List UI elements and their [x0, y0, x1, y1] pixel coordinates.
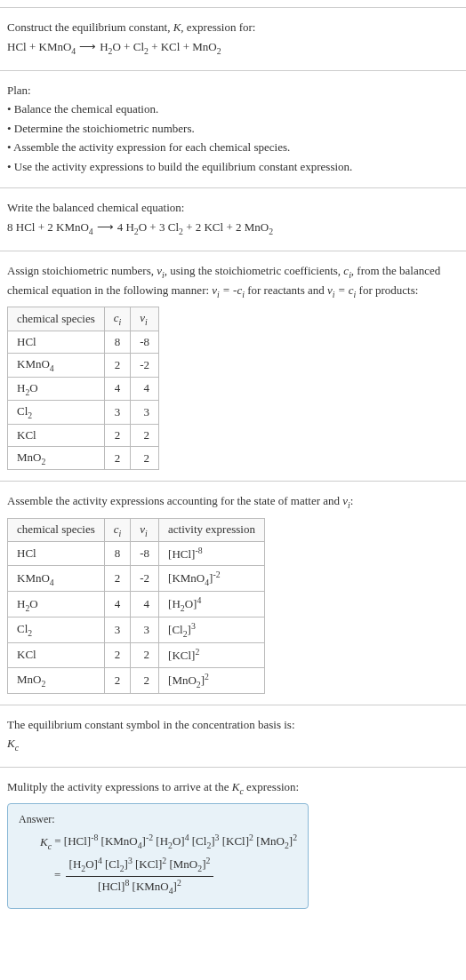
prompt-section: Construct the equilibrium constant, K, e… [0, 7, 466, 70]
table-row: KMnO42-2[KMnO4]-2 [8, 566, 265, 592]
prompt-text-1: Construct the equilibrium constant, [7, 20, 173, 34]
cell-c: 4 [104, 377, 131, 401]
table-header-row: chemical species ci νi activity expressi… [8, 518, 265, 542]
table-row: Cl233 [8, 401, 159, 425]
nu-i: νi [157, 264, 165, 277]
table-row: HCl8-8[HCl]-8 [8, 542, 265, 566]
cell-c: 2 [104, 566, 131, 592]
cell-c: 2 [104, 667, 131, 693]
table-row: MnO222[MnO2]2 [8, 667, 265, 693]
cell-nu: -2 [131, 566, 159, 592]
fraction-denominator: [HCl]8 [KMnO4]2 [66, 877, 214, 898]
kc-symbol-line2: Kc [7, 735, 459, 754]
prompt-line-1: Construct the equilibrium constant, K, e… [7, 19, 459, 36]
stoich-t5: for products: [356, 283, 418, 297]
cell-nu: -2 [131, 353, 159, 377]
plan-title: Plan: [7, 82, 459, 100]
cell-nu: 2 [131, 424, 159, 446]
cell-species: H2O [8, 377, 105, 401]
table-row: Cl233[Cl2]3 [8, 617, 265, 643]
cell-c: 2 [104, 353, 131, 377]
cell-species: HCl [8, 542, 105, 566]
fraction: [H2O]4 [Cl2]3 [KCl]2 [MnO2]2 [HCl]8 [KMn… [66, 855, 214, 897]
cell-species: H2O [8, 592, 105, 617]
table-row: H2O44 [8, 377, 159, 401]
activity-intro: Assemble the activity expressions accoun… [7, 492, 459, 512]
cell-c: 2 [104, 424, 131, 446]
cell-species: KCl [8, 424, 105, 446]
balanced-equation: 8 HCl + 2 KMnO4⟶4 H2O + 3 Cl2 + 2 KCl + … [7, 219, 459, 238]
cell-nu: 3 [131, 401, 159, 425]
stoich-section: Assign stoichiometric numbers, νi, using… [0, 251, 466, 481]
stoich-intro: Assign stoichiometric numbers, νi, using… [7, 262, 459, 301]
stoich-t2: , using the stoichiometric coefficients, [165, 264, 344, 277]
cell-c: 8 [104, 331, 131, 353]
cell-expr: [H2O]4 [159, 592, 265, 617]
stoich-t1: Assign stoichiometric numbers, [7, 264, 157, 277]
col-nu: νi [131, 518, 159, 542]
cell-c: 3 [104, 617, 131, 643]
cell-expr: [MnO2]2 [159, 667, 265, 693]
stoich-table: chemical species ci νi HCl8-8 KMnO42-2 H… [7, 307, 159, 470]
cell-species: Cl2 [8, 617, 105, 643]
table-row: MnO222 [8, 446, 159, 470]
col-ci: ci [104, 518, 131, 542]
rule1: νi = -ci [212, 283, 245, 297]
balanced-section: Write the balanced chemical equation: 8 … [0, 187, 466, 251]
kc-expression-line2: = [H2O]4 [Cl2]3 [KCl]2 [MnO2]2 [HCl]8 [K… [54, 855, 297, 897]
kc-expression-line1: Kc = [HCl]-8 [KMnO4]-2 [H2O]4 [Cl2]3 [KC… [40, 832, 297, 853]
activity-table: chemical species ci νi activity expressi… [7, 518, 265, 694]
balanced-title: Write the balanced chemical equation: [7, 199, 459, 217]
cell-nu: 2 [131, 446, 159, 470]
final-intro: Mulitply the activity expressions to arr… [7, 778, 459, 798]
cell-nu: -8 [131, 331, 159, 353]
cell-nu: 2 [131, 667, 159, 693]
col-species: chemical species [8, 518, 105, 542]
col-expr: activity expression [159, 518, 265, 542]
table-row: HCl8-8 [8, 331, 159, 353]
fraction-numerator: [H2O]4 [Cl2]3 [KCl]2 [MnO2]2 [66, 855, 214, 877]
cell-species: KMnO4 [8, 566, 105, 592]
cell-nu: -8 [131, 542, 159, 566]
unbalanced-equation: HCl + KMnO4⟶H2O + Cl2 + KCl + MnO2 [7, 38, 459, 58]
table-header-row: chemical species ci νi [8, 307, 159, 331]
col-species: chemical species [8, 307, 105, 331]
answer-label: Answer: [19, 813, 297, 826]
cell-species: Cl2 [8, 401, 105, 425]
cell-nu: 4 [131, 592, 159, 617]
cell-species: HCl [8, 331, 105, 353]
cell-expr: [Cl2]3 [159, 617, 265, 643]
cell-species: KCl [8, 643, 105, 667]
cell-nu: 4 [131, 377, 159, 401]
cell-c: 8 [104, 542, 131, 566]
c-i: ci [343, 264, 351, 277]
prompt-text-2: , expression for: [181, 20, 255, 34]
table-row: H2O44[H2O]4 [8, 592, 265, 617]
cell-species: MnO2 [8, 446, 105, 470]
plan-item-4: • Use the activity expressions to build … [7, 158, 459, 176]
col-ci: ci [104, 307, 131, 331]
table-row: KCl22 [8, 424, 159, 446]
cell-c: 4 [104, 592, 131, 617]
cell-c: 3 [104, 401, 131, 425]
cell-expr: [KCl]2 [159, 643, 265, 667]
stoich-t4: for reactants and [245, 283, 327, 297]
rule2: νi = ci [327, 283, 356, 297]
activity-section: Assemble the activity expressions accoun… [0, 481, 466, 704]
cell-species: MnO2 [8, 667, 105, 693]
plan-item-1: • Balance the chemical equation. [7, 100, 459, 118]
kc-symbol-section: The equilibrium constant symbol in the c… [0, 705, 466, 768]
col-nu: νi [131, 307, 159, 331]
cell-nu: 2 [131, 643, 159, 667]
plan-section: Plan: • Balance the chemical equation. •… [0, 70, 466, 188]
kc-symbol-line1: The equilibrium constant symbol in the c… [7, 716, 459, 734]
cell-c: 2 [104, 446, 131, 470]
plan-item-2: • Determine the stoichiometric numbers. [7, 120, 459, 138]
cell-nu: 3 [131, 617, 159, 643]
cell-expr: [KMnO4]-2 [159, 566, 265, 592]
table-row: KMnO42-2 [8, 353, 159, 377]
final-section: Mulitply the activity expressions to arr… [0, 767, 466, 920]
cell-expr: [HCl]-8 [159, 542, 265, 566]
plan-item-3: • Assemble the activity expression for e… [7, 139, 459, 156]
answer-box: Answer: Kc = [HCl]-8 [KMnO4]-2 [H2O]4 [C… [7, 803, 309, 909]
